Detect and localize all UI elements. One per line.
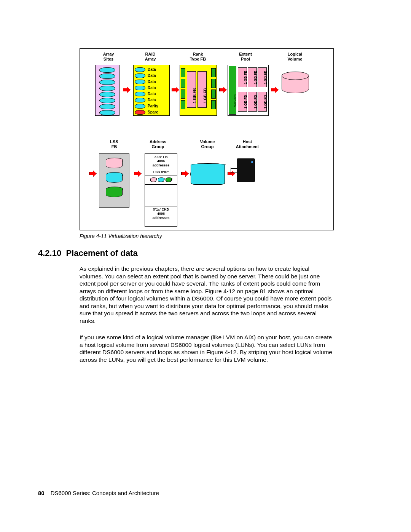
extent-block-label: 1 GB FB bbox=[253, 70, 257, 84]
ag-mid-cell: LSS X'07' bbox=[145, 169, 177, 176]
rank-box: 1 GB FB 1 GB FB bbox=[180, 65, 217, 116]
tiny-volume-icon bbox=[158, 177, 164, 182]
rank-extent-label: 1 GB FB bbox=[203, 88, 207, 103]
volume-group-ellipse bbox=[190, 163, 225, 185]
figure-caption: Figure 4-11 Virtualization hierarchy bbox=[80, 233, 162, 239]
extent-block-label: 1 GB FB bbox=[253, 95, 257, 109]
raid-row-label: Parity bbox=[148, 104, 158, 108]
header-rank: Rank Type FB bbox=[183, 52, 213, 62]
arrow-icon bbox=[271, 87, 279, 93]
raid-row-label: Data bbox=[148, 86, 156, 90]
array-sites-box bbox=[95, 65, 119, 116]
page: Array Sites RAID Array Rank Type FB Exte… bbox=[0, 0, 411, 532]
raid-row-label: Data bbox=[148, 98, 156, 102]
section-title: Placement of data bbox=[66, 248, 137, 258]
extent-block-label: 1 GB FB bbox=[244, 70, 247, 84]
header-raid-array: RAID Array bbox=[135, 52, 166, 62]
arrow-icon bbox=[123, 87, 131, 93]
rank-extent-label: 1 GB FB bbox=[193, 88, 197, 103]
ag-bottom-cell: X'1x' CKD 4096 addresses bbox=[145, 206, 177, 221]
lss-volume-icon bbox=[106, 172, 123, 183]
server-label: Server0 bbox=[233, 94, 237, 107]
disk-icon bbox=[99, 92, 115, 97]
arrow-icon bbox=[219, 87, 227, 93]
header-address-group: Address Group bbox=[143, 139, 173, 149]
tiny-volume-icon bbox=[166, 177, 172, 182]
arrow-icon bbox=[181, 171, 189, 177]
header-extent-pool: Extent Pool bbox=[230, 52, 261, 62]
disk-icon bbox=[99, 104, 115, 109]
tiny-volume-icon bbox=[150, 177, 156, 182]
lss-box bbox=[99, 153, 129, 208]
disk-icon bbox=[99, 98, 115, 103]
raid-row-label: Data bbox=[148, 73, 156, 78]
header-array-sites: Array Sites bbox=[93, 52, 124, 62]
figure-virtualization-hierarchy: Array Sites RAID Array Rank Type FB Exte… bbox=[80, 48, 334, 230]
header-lss: LSS FB bbox=[99, 139, 129, 149]
page-footer: 80DS6000 Series: Concepts and Architectu… bbox=[38, 490, 159, 496]
raid-row-label: Data bbox=[148, 67, 156, 72]
raid-array-box: Data Data Data Data Data Data Parity Spa… bbox=[133, 65, 170, 116]
page-number: 80 bbox=[38, 490, 45, 496]
arrow-icon bbox=[134, 171, 142, 177]
disk-icon bbox=[99, 86, 115, 91]
disk-icon bbox=[99, 110, 115, 115]
disk-icon bbox=[99, 80, 115, 85]
lss-volume-icon bbox=[106, 158, 123, 168]
raid-row-label: Spare bbox=[148, 110, 158, 114]
extent-pool-box: Server0 1 GB FB 1 GB FB 1 GB FB 1 GB FB … bbox=[228, 65, 269, 116]
arrow-icon bbox=[89, 171, 97, 177]
header-logical-volume: Logical Volume bbox=[280, 52, 310, 62]
ag-mini-row bbox=[145, 176, 177, 185]
raid-row-label: Data bbox=[148, 92, 156, 96]
ag-top-cell: X'0x' FB 4096 addresses bbox=[145, 154, 177, 169]
raid-row-label: Data bbox=[148, 80, 156, 84]
disk-icon bbox=[99, 67, 115, 73]
section-heading: 4.2.10 Placement of data bbox=[38, 248, 138, 258]
address-group-box: X'0x' FB 4096 addresses LSS X'07' X'1x' … bbox=[145, 153, 177, 227]
server-tab bbox=[229, 66, 236, 115]
header-volume-group: Volume Group bbox=[192, 139, 223, 149]
host-server-icon bbox=[237, 158, 255, 182]
lss-volume-icon bbox=[106, 187, 123, 197]
disk-icon bbox=[99, 73, 115, 79]
section-number: 4.2.10 bbox=[38, 248, 61, 258]
body-paragraph: If you use some kind of a logical volume… bbox=[80, 334, 334, 363]
book-title: DS6000 Series: Concepts and Architecture bbox=[51, 490, 159, 496]
extent-block-label: 1 GB FB bbox=[244, 95, 247, 109]
extent-block-label: 1 GB FB bbox=[263, 95, 267, 109]
logical-volume-cylinder bbox=[282, 75, 308, 93]
header-host-attachment: Host Attachment bbox=[232, 139, 263, 149]
extent-block-label: 1 GB FB bbox=[263, 70, 267, 84]
arrow-icon bbox=[172, 87, 179, 93]
body-paragraph: As explained in the previous chapters, t… bbox=[80, 265, 334, 324]
